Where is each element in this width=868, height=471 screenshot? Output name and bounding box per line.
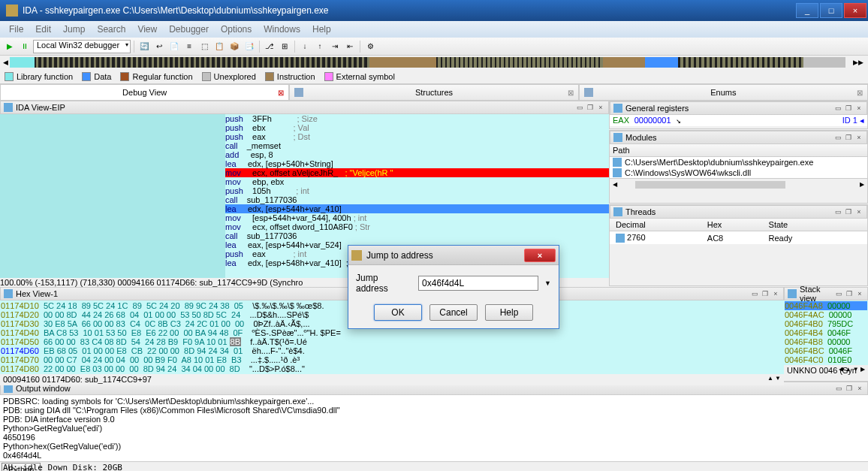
scroll-arrows[interactable]: ▲ ▼ [767, 375, 781, 382]
pane-win-icon[interactable]: ▭ [750, 289, 759, 298]
tool-icon[interactable]: 📑 [243, 40, 256, 53]
stack-body[interactable]: 0046F4A8 000000046F4AC 000000046F4B0 795… [784, 300, 868, 365]
pane-close-icon[interactable]: × [855, 289, 864, 298]
pane-close-icon[interactable]: × [771, 289, 780, 298]
tool-icon[interactable]: ⎇ [263, 40, 276, 53]
tab-close-icon[interactable]: ⊠ [857, 89, 863, 97]
reg-name: EAX [613, 116, 629, 125]
tool-icon[interactable]: ≡ [182, 40, 196, 53]
tab-close-icon[interactable]: ⊠ [278, 89, 284, 97]
ok-button[interactable]: OK [374, 304, 422, 321]
col-decimal[interactable]: Decimal [610, 219, 701, 231]
tool-icon[interactable]: 📋 [212, 40, 226, 53]
module-row[interactable]: C:\Windows\SysWOW64\wkscli.dll [610, 168, 867, 178]
menu-view[interactable]: View [131, 23, 163, 36]
tool-icon[interactable]: ⇤ [343, 40, 357, 53]
tool-icon[interactable]: ⊞ [278, 40, 291, 53]
pane-restore-icon[interactable]: ❐ [844, 133, 853, 142]
hex-icon [4, 289, 13, 298]
statusbar: AU: idle Down Disk: 20GB [0, 461, 868, 471]
tool-icon[interactable]: ↩ [152, 40, 166, 53]
menu-debugger[interactable]: Debugger [163, 23, 215, 36]
pane-restore-icon[interactable]: ❐ [844, 104, 853, 113]
tab-enums[interactable]: Enums ⊠ [579, 84, 868, 100]
minimize-button[interactable]: _ [796, 3, 818, 18]
module-path: C:\Windows\SysWOW64\wkscli.dll [625, 168, 751, 177]
pane-close-icon[interactable]: × [854, 133, 863, 142]
menu-jump[interactable]: Jump [57, 23, 91, 36]
scroll-left-icon[interactable]: ◀ [610, 181, 620, 188]
pane-restore-icon[interactable]: ❐ [845, 384, 854, 393]
toolbar: ▶ ⏸ Local Win32 debugger 🔄 ↩ 📄 ≡ ⬚ 📋 📦 📑… [0, 38, 868, 56]
pane-restore-icon[interactable]: ❐ [586, 103, 595, 112]
tab-label: Debug View [122, 88, 167, 97]
pane-title: Threads [625, 207, 832, 216]
stack-icon [788, 289, 797, 298]
help-button[interactable]: Help [485, 304, 533, 321]
toolbar-sep [294, 41, 295, 53]
pane-close-icon[interactable]: × [855, 384, 864, 393]
tool-icon[interactable]: ⚙ [363, 40, 377, 53]
dropdown-icon[interactable]: ▼ [544, 279, 551, 287]
tab-close-icon[interactable]: ⊠ [568, 89, 574, 97]
tab-debug-view[interactable]: Debug View ⊠ [0, 84, 289, 100]
menu-edit[interactable]: Edit [29, 23, 57, 36]
close-button[interactable]: × [844, 3, 866, 18]
cancel-button[interactable]: Cancel [429, 304, 478, 321]
pane-restore-icon[interactable]: ❐ [845, 289, 854, 298]
tab-structures[interactable]: Structures ⊠ [289, 84, 578, 100]
toolbar-sep [360, 41, 360, 53]
menu-search[interactable]: Search [91, 23, 131, 36]
pane-close-icon[interactable]: × [596, 103, 605, 112]
thread-row[interactable]: 2760 AC8 Ready [610, 231, 867, 245]
pane-win-icon[interactable]: ▭ [575, 103, 584, 112]
maximize-button[interactable]: □ [820, 3, 842, 18]
tool-icon[interactable]: ↓ [298, 40, 312, 53]
jump-address-input[interactable] [418, 276, 538, 291]
pause-button[interactable]: ⏸ [18, 40, 32, 53]
menu-help[interactable]: Help [306, 23, 337, 36]
nav-left-icon[interactable]: ◀ [3, 59, 9, 66]
toolbar-sep [259, 41, 260, 53]
col-state[interactable]: State [763, 219, 841, 231]
legend: Library function Data Regular function U… [0, 69, 868, 84]
pane-win-icon[interactable]: ▭ [834, 289, 843, 298]
pane-win-icon[interactable]: ▭ [833, 133, 842, 142]
modules-scrollbar[interactable]: ◀ ▶ [610, 178, 867, 190]
pane-restore-icon[interactable]: ❐ [761, 289, 770, 298]
reg-value: 00000001 [634, 116, 671, 125]
tool-icon[interactable]: ⇥ [328, 40, 342, 53]
pane-close-icon[interactable]: × [854, 207, 863, 216]
menu-file[interactable]: File [3, 23, 29, 36]
pane-win-icon[interactable]: ▭ [834, 384, 843, 393]
pane-win-icon[interactable]: ▭ [833, 207, 842, 216]
modules-header[interactable]: Path [610, 144, 867, 157]
tool-icon[interactable]: ↑ [313, 40, 327, 53]
nav-right-icon[interactable]: ▶▶ [853, 59, 859, 66]
dialog-close-button[interactable]: × [524, 249, 556, 262]
structures-icon [294, 88, 303, 97]
module-row[interactable]: C:\Users\Mert\Desktop\dubnium\sshkeypair… [610, 157, 867, 168]
col-hex[interactable]: Hex [701, 219, 763, 231]
run-button[interactable]: ▶ [3, 40, 17, 53]
jump-address-label: Jump address [356, 273, 412, 294]
tool-icon[interactable]: 🔄 [137, 40, 151, 53]
output-body[interactable]: PDBSRC: loading symbols for 'C:\Users\Me… [0, 395, 868, 461]
tool-icon[interactable]: 📄 [167, 40, 181, 53]
thread-hex: AC8 [701, 231, 763, 245]
scroll-right-icon[interactable]: ▶ [857, 181, 867, 188]
pane-restore-icon[interactable]: ❐ [844, 207, 853, 216]
dialog-titlebar[interactable]: Jump to address × [348, 246, 559, 265]
titlebar: IDA - sshkeypairgen.exe C:\Users\Mert\De… [0, 0, 868, 21]
scroll-arrows[interactable]: ◀ ▲ ▼ ▶ [839, 366, 865, 373]
pane-win-icon[interactable]: ▭ [833, 104, 842, 113]
menu-windows[interactable]: Windows [258, 23, 306, 36]
tool-icon[interactable]: ⬚ [197, 40, 211, 53]
nav-strip[interactable]: ◀ ▶▶ [0, 56, 868, 69]
tool-icon[interactable]: 📦 [228, 40, 241, 53]
menu-options[interactable]: Options [215, 23, 258, 36]
debugger-combo[interactable]: Local Win32 debugger [33, 40, 131, 53]
scroll-thumb[interactable] [635, 181, 785, 189]
pane-close-icon[interactable]: × [854, 104, 863, 113]
pane-title: Hex View-1 [16, 289, 382, 298]
